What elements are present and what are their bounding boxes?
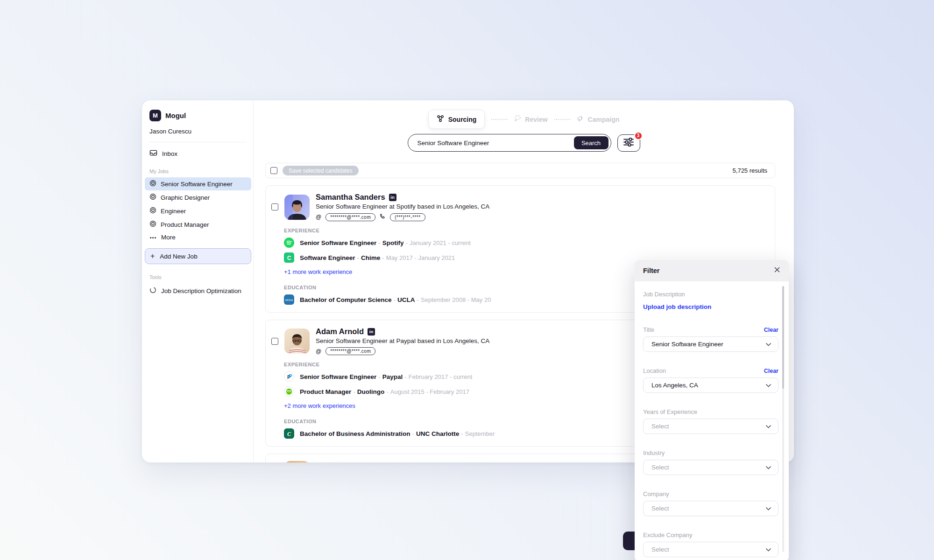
plus-icon: + [150, 252, 155, 260]
clear-title-link[interactable]: Clear [764, 327, 778, 333]
title-label: Title [643, 326, 654, 333]
exp-title: Product Manager [300, 388, 351, 395]
svg-text:C: C [287, 431, 291, 437]
experience-label: EXPERIENCE [284, 228, 766, 233]
paypal-icon: P P [284, 371, 294, 382]
experience-row: Senior Software Engineer-Spotify-January… [284, 238, 766, 248]
sidebar-item-job-senior-software-engineer[interactable]: Senior Software Engineer [145, 177, 251, 190]
exp-title: Senior Software Engineer [300, 373, 376, 380]
filter-toggle-button[interactable]: 3 [617, 134, 640, 152]
sidebar-item-job-graphic-designer[interactable]: Graphic Designer [145, 191, 251, 204]
results-count: 5,725 results [733, 167, 767, 174]
avatar [284, 461, 310, 462]
tab-campaign-label: Campaign [588, 116, 620, 123]
exclude-company-dropdown[interactable]: Select [643, 542, 778, 557]
sidebar-item-job-engineer[interactable]: Engineer [145, 204, 251, 217]
title-dropdown[interactable]: Senior Software Engineer [643, 336, 778, 352]
chime-icon: C [284, 252, 294, 263]
masked-email[interactable]: ********@****.com [325, 347, 375, 355]
tab-review[interactable]: Review [514, 115, 547, 124]
select-all-checkbox[interactable] [270, 167, 277, 174]
filter-section-years-of-experience: Years of Experience Select [643, 408, 778, 434]
unc-charlotte-icon: C [284, 428, 294, 439]
my-jobs-label: My Jobs [149, 168, 247, 174]
chevron-down-icon [765, 341, 771, 348]
sidebar-divider [149, 142, 247, 142]
candidate-headline: Senior Software Engineer at Paypal based… [316, 337, 489, 344]
filter-count-badge: 3 [634, 132, 643, 140]
inbox-icon [149, 149, 157, 158]
more-label: More [161, 234, 176, 241]
filter-section-title: Title Clear Senior Software Engineer [643, 326, 778, 352]
linkedin-icon[interactable]: in [389, 194, 396, 201]
clear-location-link[interactable]: Clear [764, 368, 778, 374]
at-icon: @ [316, 348, 321, 355]
job-label: Graphic Designer [161, 194, 210, 201]
candidate-checkbox[interactable] [271, 203, 278, 210]
upload-job-description-link[interactable]: Upload job description [643, 303, 711, 310]
brand: M Mogul [149, 110, 247, 121]
user-name: Jason Curescu [149, 128, 247, 135]
target-icon [149, 207, 156, 215]
more-experience-link[interactable]: +1 more work experience [284, 268, 352, 275]
industry-label: Industry [643, 449, 778, 456]
linkedin-icon[interactable]: in [368, 328, 375, 336]
at-icon: @ [316, 214, 321, 220]
candidate-name: Adam Arnold [316, 327, 364, 336]
exp-dates: May 2017 - January 2021 [386, 254, 455, 261]
company-dropdown[interactable]: Select [643, 501, 778, 516]
mogul-logo: M [149, 110, 161, 121]
jdo-label: Job Description Optimization [161, 287, 241, 294]
save-selected-button[interactable]: Save selected candidates [283, 166, 359, 175]
edu-school: UCLA [397, 296, 415, 303]
exp-company: Duolingo [357, 388, 384, 395]
inbox-label: Inbox [162, 150, 177, 157]
filter-scrollbar[interactable] [782, 286, 784, 552]
edu-degree: Bachelor of Business Administration [300, 430, 410, 437]
brand-name: Mogul [165, 112, 186, 119]
exp-dates: January 2021 - current [410, 239, 471, 246]
add-new-job-button[interactable]: + Add New Job [145, 248, 251, 264]
tab-sourcing-label: Sourcing [448, 116, 477, 123]
sidebar-item-inbox[interactable]: Inbox [145, 146, 251, 161]
search-input[interactable] [417, 140, 570, 147]
tab-sourcing[interactable]: Sourcing [428, 110, 485, 129]
sidebar-item-more[interactable]: ••• More [145, 231, 251, 243]
location-label: Location [643, 367, 666, 374]
search-button[interactable]: Search [574, 136, 609, 149]
more-experience-link[interactable]: +2 more work experiences [284, 402, 355, 409]
target-icon [149, 193, 156, 202]
add-new-job-label: Add New Job [160, 253, 197, 260]
phone-icon [380, 213, 386, 221]
target-icon [149, 180, 156, 188]
masked-email[interactable]: ********@****.com [325, 213, 375, 221]
edu-dates: September [465, 430, 495, 437]
filter-sliders-icon [623, 138, 634, 148]
avatar [284, 329, 310, 354]
chevron-down-icon [765, 546, 771, 553]
target-icon [149, 220, 156, 229]
filter-panel-body: Job Description Upload job description T… [635, 281, 789, 557]
sidebar-item-job-product-manager[interactable]: Product Manager [145, 218, 251, 231]
exp-title: Software Engineer [300, 254, 355, 261]
close-icon[interactable] [774, 266, 780, 275]
masked-phone[interactable]: (***)***-**** [390, 213, 425, 221]
exp-dates: February 2017 - current [409, 373, 473, 380]
svg-text:P: P [289, 373, 292, 379]
filter-scrollbar-thumb[interactable] [782, 286, 784, 389]
tab-connector [491, 119, 507, 120]
app-window: M Mogul Jason Curescu Inbox My Jobs Seni… [142, 100, 794, 462]
sidebar-item-job-description-optimization[interactable]: Job Description Optimization [145, 283, 251, 298]
industry-dropdown[interactable]: Select [643, 460, 778, 475]
candidate-checkbox[interactable] [271, 338, 278, 345]
chevron-down-icon [765, 382, 771, 389]
edu-degree: Bachelor of Computer Science [300, 296, 392, 303]
tab-campaign[interactable]: Campaign [577, 115, 620, 124]
years-of-experience-label: Years of Experience [643, 408, 778, 415]
years-of-experience-dropdown[interactable]: Select [643, 419, 778, 434]
more-dots-icon: ••• [149, 235, 157, 240]
location-dropdown[interactable]: Los Angeles, CA [643, 378, 778, 393]
svg-text:C: C [287, 255, 291, 261]
exp-company: Spotify [382, 239, 404, 246]
filter-title: Filter [643, 267, 659, 274]
